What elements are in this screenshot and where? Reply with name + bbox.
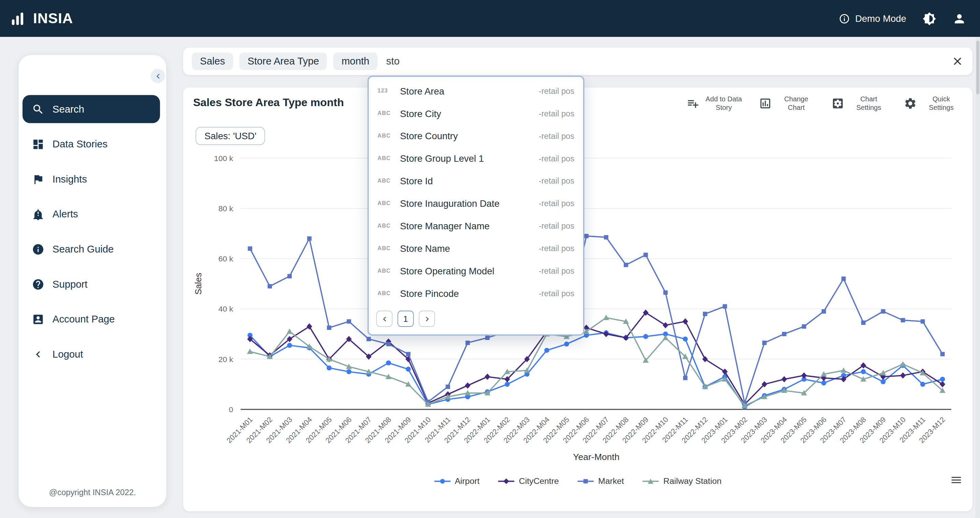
legend-marker-square-icon	[578, 477, 594, 485]
suggestion-store-pincode[interactable]: ABCStore Pincode-retail pos	[369, 282, 583, 304]
brand[interactable]: INSIA	[11, 10, 73, 27]
suggestion-source: -retail pos	[539, 199, 574, 208]
chevron-left-icon	[32, 348, 45, 360]
close-icon	[951, 55, 964, 68]
field-type-icon: ABC	[377, 290, 394, 296]
svg-text:60 k: 60 k	[218, 254, 234, 263]
suggestion-store-inauguration-date[interactable]: ABCStore Inauguration Date-retail pos	[369, 192, 583, 214]
sidebar-item-alerts[interactable]: Alerts	[22, 200, 160, 228]
suggestion-source: -retail pos	[539, 288, 574, 297]
pagination-prev-button[interactable]	[376, 310, 393, 327]
suggestion-store-name[interactable]: ABCStore Name-retail pos	[369, 237, 583, 259]
clear-search-icon[interactable]	[951, 55, 964, 68]
account-icon	[32, 313, 45, 326]
pagination-page-button[interactable]: 1	[398, 310, 414, 327]
svg-text:Sales: Sales	[194, 273, 203, 295]
suggestion-store-operating-model[interactable]: ABCStore Operating Model-retail pos	[369, 259, 583, 282]
toolbar-quick-settings-button[interactable]: Quick Settings	[899, 91, 966, 116]
toolbar-action-label: Chart Settings	[849, 95, 889, 112]
suggestion-store-area[interactable]: 123Store Area-retail pos	[369, 79, 583, 102]
sidebar-item-search[interactable]: Search	[22, 95, 160, 123]
suggestion-store-group-level-1[interactable]: ABCStore Group Level 1-retail pos	[369, 147, 583, 169]
toolbar-change-chart-button[interactable]: Change Chart	[754, 91, 821, 116]
svg-text:0: 0	[229, 405, 233, 414]
sidebar: SearchData StoriesInsightsAlertsSearch G…	[19, 55, 166, 507]
sidebar-item-account-page[interactable]: Account Page	[22, 305, 160, 333]
toolbar-add-to-data-story-button[interactable]: Add to Data Story	[681, 91, 749, 116]
playlist-add-icon	[686, 97, 699, 110]
svg-text:100 k: 100 k	[214, 154, 234, 163]
help-icon	[32, 278, 45, 291]
sidebar-item-insights[interactable]: Insights	[22, 165, 160, 193]
search-icon	[32, 103, 45, 115]
legend-label: Airport	[455, 477, 480, 486]
top-navbar: INSIA Demo Mode	[0, 0, 980, 37]
theme-toggle-icon	[922, 12, 936, 25]
insia-logo-icon	[11, 10, 28, 27]
sidebar-item-label: Logout	[52, 348, 83, 360]
search-chip-list: SalesStore Area Typemonth	[192, 52, 377, 70]
legend-marker-triangle-icon	[643, 477, 659, 485]
sidebar-item-label: Account Page	[52, 314, 115, 325]
search-chip-sales[interactable]: Sales	[192, 52, 233, 70]
settings-box-icon	[831, 97, 844, 110]
suggestion-source: -retail pos	[539, 221, 574, 230]
search-bar[interactable]: SalesStore Area Typemonth sto	[183, 48, 972, 75]
chevron-left-icon	[153, 71, 163, 81]
suggestion-label: Store Country	[400, 130, 532, 141]
sidebar-item-support[interactable]: Support	[22, 270, 160, 298]
pagination-next-button[interactable]	[419, 310, 435, 327]
legend-item-citycentre[interactable]: CityCentre	[498, 477, 558, 486]
suggestion-store-manager-name[interactable]: ABCStore Manager Name-retail pos	[369, 214, 583, 237]
legend-item-market[interactable]: Market	[578, 477, 624, 486]
suggestion-source: -retail pos	[539, 86, 574, 95]
sidebar-item-data-stories[interactable]: Data Stories	[22, 130, 160, 158]
toolbar-action-label: Quick Settings	[921, 95, 961, 112]
search-chip-store-area-type[interactable]: Store Area Type	[240, 52, 327, 70]
copyright-text: @copyright INSIA 2022.	[19, 488, 166, 497]
demo-mode-indicator[interactable]: Demo Mode	[839, 13, 906, 25]
flag-icon	[32, 173, 45, 185]
chevron-left-icon	[153, 71, 163, 81]
bell-icon	[32, 208, 45, 221]
chevron-right-icon	[422, 314, 431, 324]
sidebar-item-logout[interactable]: Logout	[22, 340, 160, 368]
field-type-icon: ABC	[377, 178, 394, 184]
theme-toggle-icon[interactable]	[922, 12, 936, 25]
sidebar-item-label: Search Guide	[52, 243, 114, 254]
sidebar-item-label: Alerts	[52, 208, 78, 220]
suggestion-store-country[interactable]: ABCStore Country-retail pos	[369, 124, 583, 147]
suggestion-store-id[interactable]: ABCStore Id-retail pos	[369, 169, 583, 192]
legend-label: Market	[598, 477, 624, 486]
suggestion-label: Store Group Level 1	[400, 153, 532, 164]
suggestion-source: -retail pos	[539, 176, 574, 185]
sidebar-collapse-button[interactable]	[151, 68, 165, 83]
search-query-text: sto	[386, 56, 399, 67]
user-profile-icon[interactable]	[952, 12, 966, 25]
scrollbar-thumb[interactable]	[976, 41, 979, 95]
legend-item-railway-station[interactable]: Railway Station	[643, 477, 722, 486]
sidebar-item-search-guide[interactable]: Search Guide	[22, 235, 160, 263]
field-type-icon: ABC	[377, 110, 394, 116]
svg-text:80 k: 80 k	[218, 204, 234, 213]
chart-menu-icon[interactable]	[950, 474, 963, 486]
suggestion-label: Store Manager Name	[400, 221, 532, 231]
toolbar-chart-settings-button[interactable]: Chart Settings	[826, 91, 894, 116]
gear-icon	[904, 97, 917, 110]
suggestion-store-city[interactable]: ABCStore City-retail pos	[369, 102, 583, 124]
legend-item-airport[interactable]: Airport	[434, 477, 479, 486]
measure-filter-chip[interactable]: Sales: 'USD'	[196, 127, 265, 145]
brand-name: INSIA	[33, 10, 73, 27]
search-chip-month[interactable]: month	[333, 52, 377, 70]
chart-title: Sales Store Area Type month	[193, 96, 344, 109]
search-suggestions-dropdown: 123Store Area-retail posABCStore City-re…	[368, 76, 584, 336]
page-scrollbar[interactable]	[975, 37, 980, 518]
dashboard-icon	[32, 138, 45, 151]
legend-label: Railway Station	[663, 477, 721, 486]
svg-text:20 k: 20 k	[218, 355, 234, 364]
demo-mode-label: Demo Mode	[855, 13, 906, 24]
suggestion-label: Store Id	[400, 175, 532, 186]
chevron-left-icon	[380, 314, 389, 324]
sidebar-item-label: Insights	[52, 173, 87, 184]
chart-box-icon	[759, 97, 772, 110]
